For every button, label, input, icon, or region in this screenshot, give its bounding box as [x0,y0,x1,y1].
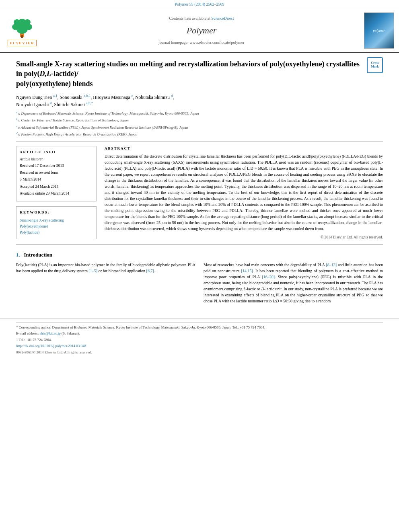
contents-line: Contents lists available at ScienceDirec… [44,16,359,21]
divider-2 [16,244,383,245]
intro-right-col: Most of researches have had main concern… [204,262,383,304]
ref-1-5[interactable]: [1–5] [89,269,98,273]
article-info-label: ARTICLE INFO [20,150,93,155]
journal-name: Polymer [44,25,359,37]
article-info-abstract-section: ARTICLE INFO Article history: Received 1… [16,146,383,240]
journal-header: ELSEVIER Contents lists available at Sci… [0,9,399,53]
footnotes: * Corresponding author. Department of Bi… [16,322,383,355]
elsevier-tree-icon [8,15,36,39]
journal-cover-image: polymer [363,12,395,49]
page-footer: * Corresponding author. Department of Bi… [0,318,399,360]
article-content: CrossMark Small-angle X-ray scattering s… [0,53,399,310]
revised-date: 5 March 2014 [20,177,93,182]
introduction-section: 1. Introduction Poly(lactide) (PLA) is a… [16,251,383,304]
affiliation-d: d d Photon Factory, High Energy Accelera… [16,131,383,138]
section-number: 1. [16,252,20,258]
intro-right-text: Most of researches have had main concern… [204,262,383,304]
sciencedirect-link[interactable]: ScienceDirect [211,16,234,21]
revised-label: Received in revised form [20,170,93,175]
online-date: Available online 29 March 2014 [20,191,93,196]
keywords-label: Keywords: [20,210,93,215]
issn-line: 0032-3861/© 2014 Elsevier Ltd. All right… [16,350,383,355]
ref-16-20[interactable]: [16–20] [262,275,275,279]
article-title-section: CrossMark Small-angle X-ray scattering s… [16,59,383,88]
received-date: Received 17 December 2013 [20,163,93,168]
footnote-1: 1 Tel.: +81 75 724 7864. [16,337,383,343]
doi-link[interactable]: http://dx.doi.org/10.1016/j.polymer.2014… [16,344,86,348]
email-person: (S. Sakurai). [62,331,80,335]
elsevier-logo: ELSEVIER [4,12,40,49]
article-history-label: Article history: [20,157,93,162]
ref-8-13[interactable]: [8–13] [326,263,337,267]
keyword-saxs[interactable]: Small-angle X-ray scattering [20,218,93,224]
journal-center-info: Contents lists available at ScienceDirec… [44,12,359,49]
journal-reference-bar: Polymer 55 (2014) 2562–2569 [0,0,399,9]
email-link[interactable]: shin@kit.ac.jp [39,331,60,335]
affiliation-a: a a Department of Biobased Materials Sci… [16,110,383,117]
affiliation-b: b b Center for Fiber and Textile Science… [16,117,383,123]
intro-body-columns: Poly(lactide) (PLA) is an important bio-… [16,262,383,304]
email-label: E-mail address: [16,331,39,335]
svg-rect-7 [21,35,23,38]
page-container: Polymer 55 (2014) 2562–2569 ELSEVIER Con… [0,0,399,360]
keyword-peo[interactable]: Poly(oxyethylene) [20,224,93,230]
affiliation-c: c c Advanced Softmaterial Beamline (FSbL… [16,124,383,131]
left-column: ARTICLE INFO Article history: Received 1… [16,146,97,240]
introduction-heading: 1. Introduction [16,251,383,259]
abstract-label: ABSTRACT [105,146,383,151]
ref-14-15[interactable]: [14,15] [241,269,253,273]
svg-point-6 [24,19,31,25]
right-column: ABSTRACT Direct determination of the dis… [105,146,383,240]
divider-1 [16,142,383,142]
keyword-pla[interactable]: Poly(lactide) [20,230,93,236]
article-info-box: ARTICLE INFO Article history: Received 1… [16,146,97,201]
elsevier-wordmark: ELSEVIER [8,40,37,47]
ref-6-7[interactable]: [6,7] [146,269,154,273]
crossmark-badge[interactable]: CrossMark [367,57,383,73]
svg-point-5 [14,19,20,25]
journal-url: journal homepage: www.elsevier.com/locat… [44,40,359,45]
authors-line: Nguyen-Dung Tien a,1, Sono Sasaki a,b,1,… [16,93,383,108]
article-title: Small-angle X-ray scattering studies on … [16,59,383,88]
journal-ref-text: Polymer 55 (2014) 2562–2569 [175,2,224,6]
affiliations-section: a a Department of Biobased Materials Sci… [16,110,383,138]
intro-left-col: Poly(lactide) (PLA) is an important bio-… [16,262,195,304]
copyright-line: © 2014 Elsevier Ltd. All rights reserved… [105,235,383,240]
corresponding-note: * Corresponding author. Department of Bi… [16,325,383,331]
polymer-cover-art: polymer [364,12,394,49]
abstract-text: Direct determination of the discrete dis… [105,153,383,232]
intro-left-text: Poly(lactide) (PLA) is an important bio-… [16,262,195,274]
keywords-box: Keywords: Small-angle X-ray scattering P… [16,206,97,239]
accepted-date: Accepted 24 March 2014 [20,184,93,189]
email-note: E-mail address: shin@kit.ac.jp (S. Sakur… [16,331,383,337]
